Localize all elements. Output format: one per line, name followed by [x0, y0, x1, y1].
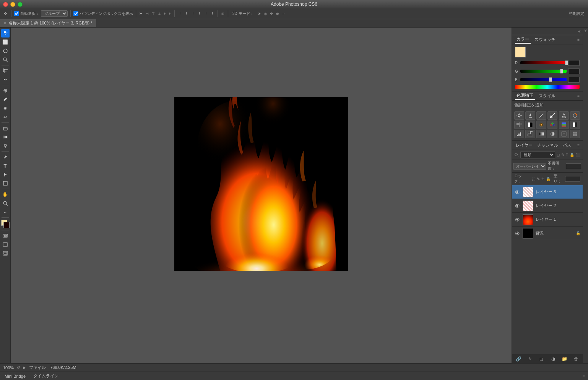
adj-channel-mixer[interactable]	[547, 121, 557, 129]
3d-pan-icon[interactable]: ✛	[269, 11, 274, 16]
3d-slide-icon[interactable]: ⊕	[275, 11, 280, 16]
styles-tab[interactable]: スタイル	[537, 92, 557, 99]
layer-kind-filter[interactable]: 種類	[520, 151, 555, 158]
layer-item-bg[interactable]: 背景 🔒	[512, 227, 583, 240]
bottom-panel-menu[interactable]: ≡	[583, 374, 585, 378]
adj-curves[interactable]	[536, 111, 546, 120]
channels-tab[interactable]: チャンネル	[536, 142, 559, 149]
layer-3-visibility[interactable]	[514, 189, 520, 195]
expand-icon[interactable]: ≫	[584, 29, 587, 32]
align-top-icon[interactable]: ⊥	[157, 11, 162, 16]
window-controls[interactable]	[3, 2, 23, 7]
screen-mode-btn[interactable]	[1, 240, 10, 249]
layers-tab[interactable]: レイヤー	[515, 142, 533, 149]
move-tool-icon[interactable]: ✛	[2, 11, 8, 16]
eraser-tool[interactable]	[1, 124, 10, 132]
brush-tool[interactable]	[1, 95, 10, 104]
document-tab[interactable]: × 名称未設定 1 @ 100% (レイヤー 3, RGB/8) *	[0, 19, 96, 27]
adj-brightness[interactable]	[514, 111, 524, 120]
adj-black-white[interactable]	[525, 121, 535, 129]
minimize-button[interactable]	[10, 2, 15, 7]
g-slider-track[interactable]	[520, 70, 567, 73]
adj-selective-color[interactable]	[547, 130, 557, 138]
opacity-input[interactable]: 100%	[566, 163, 581, 169]
move-tool[interactable]	[1, 29, 10, 38]
adj-invert[interactable]	[570, 121, 580, 129]
spot-heal-tool[interactable]	[1, 86, 10, 95]
3d-scale-icon[interactable]: ↔	[281, 11, 286, 16]
lock-all-icon[interactable]: 🔒	[546, 177, 551, 181]
pen-tool[interactable]	[1, 153, 10, 161]
distribute-4-icon[interactable]: ⋮	[197, 11, 202, 16]
adj-extra2[interactable]	[570, 130, 580, 138]
panel-collapse-right[interactable]: ≫	[583, 28, 588, 363]
blend-mode-select[interactable]: オーバーレイ 通常 乗算	[513, 163, 546, 170]
r-slider-thumb[interactable]	[565, 60, 568, 65]
lock-paint-icon[interactable]: ✎	[537, 177, 540, 181]
hand-tool[interactable]: ✋	[1, 190, 10, 199]
g-value-input[interactable]: 226	[568, 68, 580, 74]
layer-filter-icon3[interactable]: T	[566, 153, 568, 157]
layer-filter-toggle[interactable]: ⬛	[576, 153, 580, 157]
close-button[interactable]	[3, 2, 8, 7]
layer-adjust-btn[interactable]: ◑	[550, 356, 557, 362]
layer-link-btn[interactable]: 🔗	[515, 356, 522, 362]
adj-threshold[interactable]	[525, 130, 535, 138]
bg-layer-visibility[interactable]	[514, 230, 520, 236]
adj-exposure[interactable]	[547, 111, 557, 120]
marquee-tool[interactable]: ⬜	[1, 38, 10, 46]
adj-gradient-map[interactable]	[536, 130, 546, 138]
layers-panel-menu[interactable]: ≡	[577, 143, 580, 147]
adj-extra1[interactable]	[559, 130, 569, 138]
layer-group-btn[interactable]: 📁	[561, 356, 568, 362]
align-center-h-icon[interactable]: ⊣	[145, 11, 149, 16]
align-right-icon[interactable]: ⊤	[151, 11, 156, 16]
paths-tab[interactable]: パス	[562, 142, 572, 149]
crop-tool[interactable]	[1, 67, 10, 75]
lasso-tool[interactable]	[1, 47, 10, 55]
3d-roll-icon[interactable]: ◎	[263, 11, 268, 16]
lock-transparent-icon[interactable]: ⬚	[532, 177, 535, 181]
text-tool[interactable]: T	[1, 161, 10, 170]
align-bottom-icon[interactable]: ⊧	[168, 11, 172, 16]
gradient-tool[interactable]	[1, 133, 10, 141]
adj-vibrance[interactable]	[559, 111, 569, 120]
auto-select-checkbox[interactable]	[14, 11, 19, 16]
auto-select-checkbox-label[interactable]: 自動選択：	[14, 11, 39, 16]
distribute-3-icon[interactable]: ⋮	[190, 11, 195, 16]
adjustments-panel-menu[interactable]: ≡	[577, 94, 580, 98]
bounding-box-checkbox[interactable]	[73, 11, 78, 16]
color-swatch[interactable]	[515, 47, 526, 57]
doc-tab-close-button[interactable]: ×	[4, 21, 6, 25]
eyedropper-tool[interactable]: ✒	[1, 75, 10, 84]
bounding-box-label[interactable]: バウンディングボックスを表示	[73, 11, 133, 16]
layer-mask-btn[interactable]: ◻	[538, 356, 545, 362]
align-left-icon[interactable]: ⊢	[139, 11, 143, 16]
layer-item-3[interactable]: レイヤー 3	[512, 185, 583, 199]
distribute-1-icon[interactable]: ⋮	[177, 11, 182, 16]
layer-delete-btn[interactable]: 🗑	[573, 356, 580, 362]
b-slider-thumb[interactable]	[549, 77, 552, 82]
layer-1-visibility[interactable]	[514, 217, 520, 223]
status-play-btn[interactable]: ▶	[23, 365, 26, 370]
swatches-tab[interactable]: スウォッチ	[533, 36, 557, 43]
dodge-tool[interactable]	[1, 142, 10, 150]
maximize-button[interactable]	[18, 2, 23, 7]
g-slider-thumb[interactable]	[560, 69, 563, 73]
frame-mode-btn[interactable]	[1, 249, 10, 258]
panel-collapse-btn[interactable]: ≪	[578, 29, 581, 33]
extra-tool[interactable]: ↔	[1, 208, 10, 216]
path-select-tool[interactable]	[1, 170, 10, 179]
clone-stamp-tool[interactable]: ✺	[1, 104, 10, 113]
align-center-v-icon[interactable]: ⊦	[163, 11, 167, 16]
layer-2-visibility[interactable]	[514, 203, 520, 209]
adj-photo-filter[interactable]	[536, 121, 546, 129]
reset-label[interactable]: 初期設定	[567, 10, 586, 17]
color-tab[interactable]: カラー	[515, 36, 531, 44]
fill-input[interactable]: 100%	[565, 176, 580, 182]
color-spectrum[interactable]	[515, 85, 580, 89]
quick-mask-btn[interactable]	[1, 232, 10, 240]
history-brush-tool[interactable]: ↩	[1, 113, 10, 121]
adj-levels[interactable]	[525, 111, 535, 120]
b-value-input[interactable]: 165	[568, 77, 580, 83]
